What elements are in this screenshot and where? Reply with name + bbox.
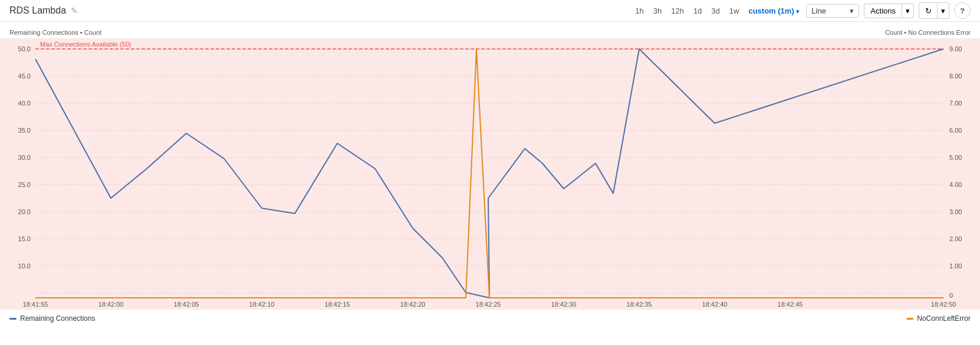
svg-text:10.0: 10.0: [18, 262, 31, 270]
svg-text:5.00: 5.00: [949, 154, 962, 161]
time-btn-12h[interactable]: 12h: [669, 5, 686, 17]
legend-row: Remaining Connections NoConnLeftError: [0, 310, 980, 327]
svg-text:20.0: 20.0: [18, 208, 31, 215]
legend-label-remaining: Remaining Connections: [20, 314, 95, 323]
legend-item-remaining: Remaining Connections: [9, 314, 95, 323]
chart-svg: 50.0 45.0 40.0 35.0 30.0 25.0 20.0 15.0 …: [0, 38, 980, 310]
chart-container: 50.0 45.0 40.0 35.0 30.0 25.0 20.0 15.0 …: [0, 38, 980, 310]
svg-text:0: 0: [949, 292, 953, 299]
edit-icon[interactable]: ✎: [71, 6, 78, 15]
actions-button[interactable]: Actions: [864, 4, 902, 18]
svg-text:3.00: 3.00: [949, 208, 962, 215]
svg-text:8.00: 8.00: [949, 73, 962, 80]
svg-text:2.00: 2.00: [949, 235, 962, 242]
svg-text:Max Connections Available (50): Max Connections Available (50): [40, 41, 131, 48]
time-btn-1h[interactable]: 1h: [633, 5, 646, 17]
right-axis-label: Count • No Connections Error: [885, 29, 971, 36]
svg-text:18:42:20: 18:42:20: [400, 301, 426, 308]
svg-text:6.00: 6.00: [949, 127, 962, 134]
svg-text:25.0: 25.0: [18, 181, 31, 188]
svg-text:18:42:25: 18:42:25: [476, 301, 501, 308]
svg-text:18:42:40: 18:42:40: [702, 301, 728, 308]
actions-group: Actions ▾: [864, 4, 914, 18]
svg-text:18:42:45: 18:42:45: [778, 301, 803, 308]
svg-text:40.0: 40.0: [18, 100, 31, 107]
svg-text:18:42:00: 18:42:00: [98, 301, 124, 308]
svg-text:4.00: 4.00: [949, 181, 962, 188]
svg-rect-0: [0, 38, 980, 310]
page-title: RDS Lambda: [9, 5, 66, 16]
svg-text:50.0: 50.0: [18, 45, 31, 52]
legend-color-noconn: [906, 318, 913, 320]
refresh-group: ↻ ▾: [919, 2, 949, 19]
time-btn-1d[interactable]: 1d: [691, 5, 704, 17]
header-left: RDS Lambda ✎: [9, 5, 78, 16]
chart-type-select[interactable]: Line ▾: [806, 4, 859, 18]
svg-text:18:42:35: 18:42:35: [627, 301, 652, 308]
svg-text:18:42:30: 18:42:30: [551, 301, 577, 308]
svg-text:1.00: 1.00: [949, 262, 962, 270]
svg-text:18:42:15: 18:42:15: [325, 301, 350, 308]
chart-area: Remaining Connections • Count Count • No…: [0, 22, 980, 327]
refresh-dropdown-btn[interactable]: ▾: [938, 2, 949, 19]
svg-text:18:42:05: 18:42:05: [174, 301, 199, 308]
left-axis-label: Remaining Connections • Count: [9, 29, 101, 36]
header: RDS Lambda ✎ 1h 3h 12h 1d 3d 1w custom (…: [0, 0, 980, 22]
svg-text:35.0: 35.0: [18, 127, 31, 134]
refresh-button[interactable]: ↻: [919, 2, 938, 19]
legend-item-noconn: NoConnLeftError: [906, 314, 971, 323]
time-btn-3h[interactable]: 3h: [651, 5, 664, 17]
svg-text:18:42:50: 18:42:50: [931, 301, 956, 308]
svg-text:30.0: 30.0: [18, 154, 31, 161]
time-btn-custom[interactable]: custom (1m) ▾: [746, 5, 801, 17]
legend-label-noconn: NoConnLeftError: [917, 314, 971, 323]
time-btn-3d[interactable]: 3d: [709, 5, 722, 17]
svg-text:15.0: 15.0: [18, 235, 31, 242]
svg-text:18:41:55: 18:41:55: [23, 301, 48, 308]
help-button[interactable]: ?: [954, 2, 971, 19]
header-right: 1h 3h 12h 1d 3d 1w custom (1m) ▾ Line ▾ …: [633, 2, 971, 19]
svg-text:45.0: 45.0: [18, 73, 31, 80]
svg-text:9.00: 9.00: [949, 45, 962, 52]
svg-text:7.00: 7.00: [949, 100, 962, 107]
time-btn-1w[interactable]: 1w: [727, 5, 742, 17]
actions-dropdown-btn[interactable]: ▾: [902, 4, 914, 18]
legend-color-remaining: [9, 318, 17, 320]
chart-labels-row: Remaining Connections • Count Count • No…: [0, 27, 980, 38]
svg-text:18:42:10: 18:42:10: [249, 301, 275, 308]
